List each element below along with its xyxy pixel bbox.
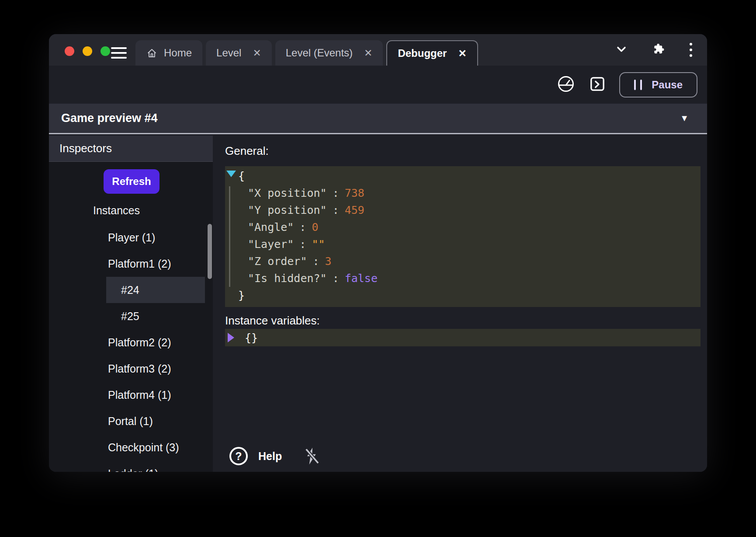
debugger-content: Inspectors Refresh Instances Player (1) … [49,136,707,472]
expander-open-icon[interactable] [226,171,236,177]
tree-item-platform1[interactable]: Platform1 (2) [49,251,213,277]
tree-item-portal[interactable]: Portal (1) [49,408,213,434]
expander-collapsed-icon[interactable] [228,333,234,342]
tree-item-ladder[interactable]: Ladder (1) [49,460,213,472]
json-value: 459 [345,204,364,216]
sidebar-scrollbar[interactable] [208,224,212,279]
tree-item-player[interactable]: Player (1) [49,224,213,251]
json-key: "Layer" [248,238,294,251]
tab-level-events[interactable]: Level (Events) ✕ [275,40,383,66]
tree-item-platform3[interactable]: Platform3 (2) [49,356,213,382]
console-icon[interactable] [589,75,606,94]
tab-debugger[interactable]: Debugger ✕ [386,40,478,66]
json-key: "Y position" [248,204,327,216]
json-entry-z-order: "Z order":3 [225,253,701,270]
general-heading: General: [225,144,269,158]
inspectors-title: Inspectors [59,142,112,155]
json-entry-is-hidden: "Is hidden?":false [225,270,701,287]
close-window-button[interactable] [65,46,74,56]
variables-value: {} [245,331,258,344]
inspector-detail-panel: General: { "X position":738 "Y position"… [213,136,707,472]
tree-item-25[interactable]: #25 [49,303,213,329]
tree-item-platform4[interactable]: Platform4 (1) [49,382,213,408]
extensions-puzzle-icon[interactable] [652,42,666,58]
refresh-button[interactable]: Refresh [104,169,160,194]
traffic-lights [65,46,110,56]
json-key: "Z order" [248,255,307,268]
pause-label: Pause [652,79,683,91]
instances-group-label[interactable]: Instances [93,204,140,217]
profiler-speedometer-icon[interactable] [556,74,576,95]
json-key: "X position" [248,187,327,199]
json-value: false [345,272,378,285]
json-key: "Angle" [248,221,294,234]
tree-item-24[interactable]: #24 [106,277,205,303]
minimize-window-button[interactable] [83,46,92,56]
tab-bar: Home Level ✕ Level (Events) ✕ Debugger ✕ [135,40,482,66]
titlebar: Home Level ✕ Level (Events) ✕ Debugger ✕ [49,34,707,66]
json-open-brace: { [225,167,701,185]
json-close-brace: } [225,287,701,304]
debugger-toolbar: Pause [49,66,707,104]
hamburger-menu-icon[interactable] [111,47,127,59]
indent-guide [229,186,230,287]
general-json-viewer: { "X position":738 "Y position":459 "Ang… [225,166,701,307]
pause-button[interactable]: Pause [619,72,697,98]
close-icon[interactable]: ✕ [458,48,466,59]
json-value: 738 [345,187,364,199]
tree-item-platform2[interactable]: Platform2 (2) [49,329,213,356]
bottom-actions: ? Help [229,446,320,466]
maximize-window-button[interactable] [101,46,110,56]
tab-label: Home [164,47,192,59]
tab-level[interactable]: Level ✕ [206,40,272,66]
kebab-menu-icon[interactable] [690,43,692,57]
help-question-icon[interactable]: ? [229,447,248,465]
instance-variables-heading: Instance variables: [225,314,320,328]
pause-icon [634,80,642,90]
json-value: "" [312,238,325,251]
json-entry-y-position: "Y position":459 [225,202,701,219]
inspectors-header: Inspectors [49,136,213,162]
chevron-down-icon[interactable] [614,42,628,58]
game-preview-title: Game preview #4 [61,112,158,125]
titlebar-actions [614,34,692,66]
json-entry-x-position: "X position":738 [225,185,701,202]
help-button[interactable]: Help [258,450,282,463]
close-icon[interactable]: ✕ [253,47,261,59]
caret-down-icon[interactable]: ▼ [680,113,689,123]
json-value: 3 [325,255,332,268]
json-entry-angle: "Angle":0 [225,219,701,236]
inspectors-sidebar: Inspectors Refresh Instances Player (1) … [49,136,213,472]
json-key: "Is hidden?" [248,272,327,285]
game-preview-header[interactable]: Game preview #4 ▼ [49,104,707,134]
tab-label: Level [216,47,241,59]
instance-variables-viewer: {} [225,329,701,346]
flash-off-icon[interactable] [303,446,320,466]
close-icon[interactable]: ✕ [364,47,372,59]
app-window: Home Level ✕ Level (Events) ✕ Debugger ✕ [49,34,707,472]
tab-label: Level (Events) [286,47,353,59]
tree-item-checkpoint[interactable]: Checkpoint (3) [49,434,213,460]
json-value: 0 [312,221,318,234]
tab-label: Debugger [398,47,447,59]
json-entry-layer: "Layer":"" [225,236,701,253]
home-icon [146,47,158,59]
tab-home[interactable]: Home [135,40,202,66]
inspectors-list: Refresh Instances Player (1) Platform1 (… [49,162,213,472]
instances-tree: Player (1) Platform1 (2) #24 #25 Platfor… [49,224,213,472]
